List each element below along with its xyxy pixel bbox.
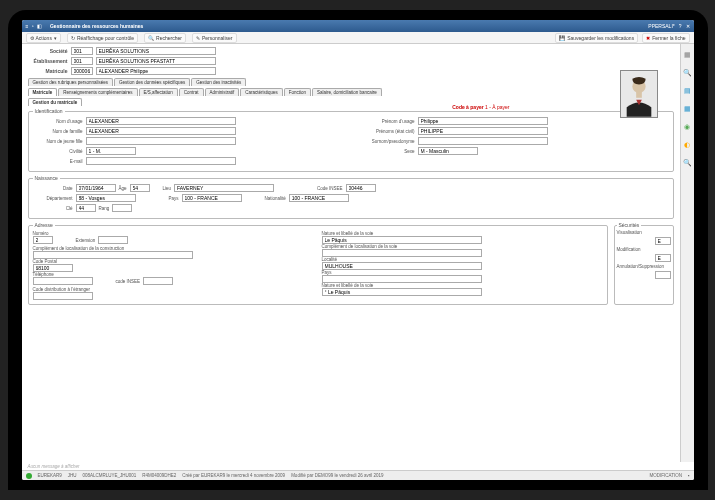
- status-mode: MODIFICATION: [649, 473, 681, 478]
- identification-group: Identification Nom d'usage Nom de famill…: [28, 108, 674, 172]
- cle-input[interactable]: [76, 204, 96, 212]
- localite-input[interactable]: [322, 262, 482, 270]
- tab-caracteristiques[interactable]: Caractéristiques: [240, 88, 283, 96]
- societe-label: Société: [28, 48, 68, 54]
- adresse-legend: Adresse: [33, 222, 55, 228]
- title-bar: ≡ ▫ ◧ Gestionnaire des ressources humain…: [22, 20, 694, 32]
- identification-legend: Identification: [33, 108, 65, 114]
- status-s6: Modifié par DEMO99 le vendredi 26 avril …: [291, 473, 383, 478]
- etablissement-label: Établissement: [28, 58, 68, 64]
- tab-es-affectation[interactable]: E/S,affectation: [139, 88, 178, 96]
- menu-icon[interactable]: ≡: [26, 23, 29, 29]
- nature-voie-input[interactable]: [322, 236, 482, 244]
- lieu-input[interactable]: [174, 184, 274, 192]
- nom-usage-input[interactable]: [86, 117, 236, 125]
- annulation-input[interactable]: [655, 271, 671, 279]
- status-s3: 008ALCMRLUYE_JHU001: [83, 473, 137, 478]
- svg-rect-2: [636, 90, 642, 98]
- employee-photo: [620, 70, 658, 118]
- side-icon-1[interactable]: ▦: [682, 50, 692, 60]
- tabs-level2: Matricule Renseignements complémentaires…: [28, 88, 674, 96]
- naissance-group: Naissance Date Âge Lieu Code INSEE Dépar…: [28, 175, 674, 219]
- sauvegarder-button[interactable]: 💾 Sauvegarder les modifications: [555, 33, 638, 43]
- tab-administratif[interactable]: Administratif: [205, 88, 240, 96]
- window-icon: ▫: [32, 23, 34, 29]
- status-s5: Créé par EUREKAR9 le mercredi 4 novembre…: [182, 473, 285, 478]
- matricule-name-input[interactable]: [96, 67, 216, 75]
- code-insee-input[interactable]: [346, 184, 376, 192]
- side-icon-3[interactable]: ▤: [682, 86, 692, 96]
- departement-input[interactable]: [76, 194, 136, 202]
- visualisation-input[interactable]: [655, 237, 671, 245]
- modification-input[interactable]: [655, 254, 671, 262]
- app-icon: ◧: [37, 23, 42, 29]
- prenoms-civil-input[interactable]: [418, 127, 548, 135]
- status-s4: R4M04009DHE2: [142, 473, 176, 478]
- tab-matricule[interactable]: Matricule: [28, 88, 58, 96]
- side-icon-6[interactable]: ◐: [682, 140, 692, 150]
- personnaliser-button[interactable]: ✎ Personnaliser: [192, 33, 237, 43]
- pays-adresse-input[interactable]: [322, 275, 482, 283]
- tab-contrat[interactable]: Contrat: [179, 88, 204, 96]
- side-icon-5[interactable]: ◉: [682, 122, 692, 132]
- tabs-level1: Gestion des rubriques personnalisées Ges…: [28, 78, 674, 86]
- etablissement-name-input[interactable]: [96, 57, 216, 65]
- rang-input[interactable]: [112, 204, 132, 212]
- help-icon[interactable]: ?: [679, 23, 682, 29]
- securites-legend: Sécurités: [617, 222, 642, 228]
- cp-input[interactable]: [33, 264, 73, 272]
- age-input[interactable]: [130, 184, 150, 192]
- code-dist-input[interactable]: [33, 292, 93, 300]
- etablissement-code-input[interactable]: [71, 57, 93, 65]
- rechercher-button[interactable]: 🔍 Rechercher: [144, 33, 186, 43]
- close-icon[interactable]: ✕: [686, 23, 690, 29]
- complement2-input[interactable]: [322, 249, 482, 257]
- status-end-icon: ▪: [688, 473, 690, 478]
- securites-group: Sécurités Visualisation Modification Ann…: [614, 222, 674, 305]
- tab-fonction[interactable]: Fonction: [284, 88, 311, 96]
- surnom-input[interactable]: [418, 137, 548, 145]
- nom-jeunefille-input[interactable]: [86, 137, 236, 145]
- nature2-input[interactable]: [322, 288, 482, 296]
- side-calendar-icon[interactable]: ▦: [682, 104, 692, 114]
- adresse-group: Adresse Numéro Extension Complément de l…: [28, 222, 608, 305]
- naissance-legend: Naissance: [33, 175, 60, 181]
- telephone-input[interactable]: [33, 277, 93, 285]
- tab-salaire[interactable]: Salaire, domiciliation bancaire: [312, 88, 382, 96]
- window-code: PPERSALI*: [648, 23, 674, 29]
- status-s1: EUREKAR9: [38, 473, 62, 478]
- matricule-label: Matricule: [28, 68, 68, 74]
- code-a-payer: Code à payer 1 - À payer: [452, 104, 509, 110]
- tab-gestion-matricule[interactable]: Gestion du matricule: [28, 98, 83, 106]
- code-insee2-input[interactable]: [143, 277, 173, 285]
- actions-menu[interactable]: ⚙ Actions ▾: [26, 33, 61, 43]
- extension-input[interactable]: [98, 236, 128, 244]
- societe-code-input[interactable]: [71, 47, 93, 55]
- pays-naissance-input[interactable]: [182, 194, 242, 202]
- email-input[interactable]: [86, 157, 236, 165]
- tabs-level3: Gestion du matricule: [28, 98, 674, 106]
- societe-name-input[interactable]: [96, 47, 216, 55]
- numero-input[interactable]: [33, 236, 53, 244]
- message-bar: Aucun message à afficher: [22, 462, 694, 470]
- reaffichage-button[interactable]: ↻ Réaffichage pour contrôle: [67, 33, 138, 43]
- prenom-usage-input[interactable]: [418, 117, 548, 125]
- side-search-icon[interactable]: 🔍: [682, 68, 692, 78]
- fermer-button[interactable]: ✖ Fermer la fiche: [642, 33, 689, 43]
- status-s2: JHU: [68, 473, 77, 478]
- complement1-input[interactable]: [33, 251, 193, 259]
- civilite-input[interactable]: [86, 147, 136, 155]
- tab-renseignements[interactable]: Renseignements complémentaires: [58, 88, 137, 96]
- date-naissance-input[interactable]: [76, 184, 116, 192]
- tab-inactivites[interactable]: Gestion des inactivités: [191, 78, 246, 86]
- status-indicator-icon: [26, 473, 32, 479]
- tab-donnees-spec[interactable]: Gestion des données spécifiques: [114, 78, 190, 86]
- tab-rubriques[interactable]: Gestion des rubriques personnalisées: [28, 78, 114, 86]
- nom-famille-input[interactable]: [86, 127, 236, 135]
- matricule-code-input[interactable]: [71, 67, 93, 75]
- sexe-input[interactable]: [418, 147, 478, 155]
- nationalite-input[interactable]: [289, 194, 349, 202]
- status-bar: EUREKAR9 JHU 008ALCMRLUYE_JHU001 R4M0400…: [22, 470, 694, 480]
- window-title: Gestionnaire des ressources humaines: [50, 23, 143, 29]
- side-zoom-icon[interactable]: 🔍: [682, 158, 692, 168]
